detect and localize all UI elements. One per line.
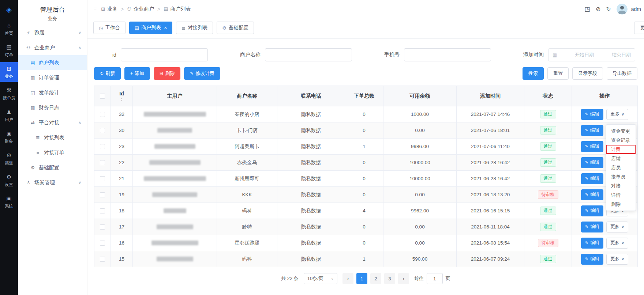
merchant-name-input[interactable]	[265, 48, 352, 61]
row-checkbox[interactable]	[100, 241, 105, 246]
edit-button[interactable]: ✎编辑	[581, 157, 603, 168]
dropdown-item[interactable]: 接单员	[606, 172, 636, 181]
row-checkbox[interactable]	[100, 192, 105, 197]
sidebar-item[interactable]: ▤ 商户列表	[18, 55, 87, 70]
page-tab[interactable]: ≣ 对接列表	[176, 22, 213, 34]
show-fields-button[interactable]: 显示字段	[572, 67, 603, 80]
sidebar-item[interactable]: ♙ 场景管理 ∨	[18, 175, 87, 190]
sidebar-collapse-icon[interactable]: ≡	[93, 6, 97, 12]
row-id: 15	[111, 251, 133, 267]
sidebar-item[interactable]: ▥ 订单管理	[18, 70, 87, 85]
edit-button[interactable]: ✎编辑	[581, 238, 603, 249]
edit-button[interactable]: ✎编辑	[581, 222, 603, 232]
sidebar-item[interactable]: ▧ 财务日志	[18, 100, 87, 115]
tab-close-icon[interactable]: ×	[164, 25, 167, 31]
page-number-button[interactable]: 2	[370, 273, 381, 284]
sidebar-item[interactable]: ⇄ 平台对接 ∧	[18, 115, 87, 130]
edit-button[interactable]: ✎编辑	[581, 173, 603, 184]
more-button[interactable]: 更多∨	[606, 238, 628, 249]
page-tab[interactable]: ▤ 商户列表 ×	[129, 22, 172, 34]
edit-button[interactable]: ✎编辑	[581, 205, 603, 216]
page-number-button[interactable]: 3	[384, 273, 395, 284]
add-button[interactable]: +添加	[124, 67, 150, 80]
edit-button[interactable]: ✎编辑	[581, 109, 603, 120]
reset-button[interactable]: 重置	[547, 67, 569, 80]
modify-billing-button[interactable]: ✎修改计费	[184, 67, 220, 80]
export-data-button[interactable]: 导出数据	[607, 67, 637, 80]
row-checkbox[interactable]	[100, 160, 105, 165]
dropdown-item[interactable]: 删除	[606, 200, 636, 209]
dropdown-item[interactable]: 对接	[606, 181, 636, 190]
rail-item[interactable]: ▣系统	[0, 192, 18, 212]
delete-button[interactable]: ⊟删除	[154, 67, 180, 80]
prev-page-button[interactable]: ‹	[342, 273, 353, 284]
dropdown-item[interactable]: 详情	[606, 190, 636, 200]
breadcrumb-icon: ⊞	[101, 6, 105, 12]
row-select-cell	[94, 139, 111, 155]
edit-button[interactable]: ✎编辑	[581, 125, 603, 136]
username-label[interactable]: adm	[631, 6, 641, 12]
breadcrumb-item[interactable]: > ▤ 商户列表	[154, 6, 191, 12]
row-checkbox[interactable]	[100, 112, 105, 117]
next-page-button[interactable]: ›	[398, 273, 409, 284]
breadcrumb-item[interactable]: ⊞ 业务	[101, 6, 117, 12]
sidebar-item[interactable]: ≣ 对接列表	[18, 130, 87, 145]
rail-item[interactable]: ♟用户	[0, 106, 18, 125]
sort-desc-icon[interactable]: ▼	[120, 99, 123, 102]
fullscreen-icon[interactable]: ◳	[585, 5, 590, 12]
status-badge: 通过	[540, 223, 556, 231]
row-checkbox[interactable]	[100, 144, 105, 149]
id-input[interactable]	[121, 48, 208, 61]
goto-page-input[interactable]	[427, 273, 443, 284]
sort-carets[interactable]: ▲▼	[120, 97, 123, 102]
rail-item[interactable]: ▤订单	[0, 41, 18, 60]
sidebar-item[interactable]: ◲ 发单统计	[18, 85, 87, 100]
search-button[interactable]: 搜索	[523, 67, 544, 80]
date-range-picker[interactable]: ▦ 开始日期 结束日期	[548, 48, 635, 61]
row-checkbox[interactable]	[100, 208, 105, 213]
refresh-button[interactable]: ↻刷新	[94, 67, 121, 80]
sidebar-item[interactable]: ⚙ 基础配置	[18, 160, 87, 175]
page-size-select[interactable]: 10条/页 ∨	[304, 273, 337, 284]
row-checkbox[interactable]	[100, 176, 105, 181]
dropdown-item[interactable]: 店员	[606, 163, 636, 172]
rail-item[interactable]: ⊞业务	[0, 62, 18, 82]
page-number-button[interactable]: 1	[356, 273, 367, 284]
clear-cache-icon[interactable]: ⊘	[596, 5, 600, 12]
blurred-user-data	[152, 192, 197, 197]
edit-button[interactable]: ✎编辑	[581, 254, 603, 265]
page-tab[interactable]: ◷ 工作台	[93, 22, 126, 34]
table-row: 17 黔特 隐私数据 0 0.00 2021-06-11 18:04 通过 ✎编…	[94, 219, 638, 235]
sidebar-item-label: 企业商户	[34, 45, 55, 51]
tabs-more-button[interactable]: 更多	[634, 22, 644, 34]
more-button[interactable]: 更多∨	[606, 254, 628, 265]
dropdown-item[interactable]: 店铺	[606, 154, 636, 163]
rail-item[interactable]: ⚙设置	[0, 170, 18, 190]
dropdown-item[interactable]: 资金记录	[606, 136, 636, 145]
edit-icon: ✎	[585, 128, 588, 133]
rail-item[interactable]: ⚒接单员	[0, 84, 18, 103]
edit-button[interactable]: ✎编辑	[581, 189, 603, 200]
status-badge: 通过	[540, 158, 556, 167]
row-checkbox[interactable]	[100, 128, 105, 133]
more-button[interactable]: 更多∨	[606, 222, 628, 232]
breadcrumb-item[interactable]: > ⚇ 企业商户	[117, 6, 154, 12]
select-all-checkbox[interactable]	[100, 94, 105, 99]
rail-item[interactable]: ◉财务	[0, 127, 18, 147]
phone-input[interactable]	[404, 48, 491, 61]
row-checkbox[interactable]	[100, 257, 105, 262]
sidebar-item[interactable]: ≡ 对接订单	[18, 145, 87, 160]
sidebar-item[interactable]: ⚡ 跑腿 ∨	[18, 25, 87, 40]
app-logo-icon[interactable]: ◈	[0, 0, 18, 19]
row-checkbox[interactable]	[100, 224, 105, 230]
dropdown-item[interactable]: 资金变更	[606, 126, 636, 136]
rail-item[interactable]: ⌂首页	[0, 19, 18, 39]
rail-item[interactable]: ⊘渠道	[0, 149, 18, 169]
edit-button[interactable]: ✎编辑	[581, 141, 603, 152]
sidebar-item[interactable]: ⚇ 企业商户 ∧	[18, 40, 87, 55]
page-tab[interactable]: ⚙ 基础配置	[217, 22, 254, 34]
refresh-page-icon[interactable]: ↻	[606, 5, 611, 12]
more-button[interactable]: 更多∨	[606, 109, 628, 120]
user-avatar[interactable]	[617, 4, 628, 15]
dropdown-item[interactable]: 计费	[606, 145, 636, 154]
